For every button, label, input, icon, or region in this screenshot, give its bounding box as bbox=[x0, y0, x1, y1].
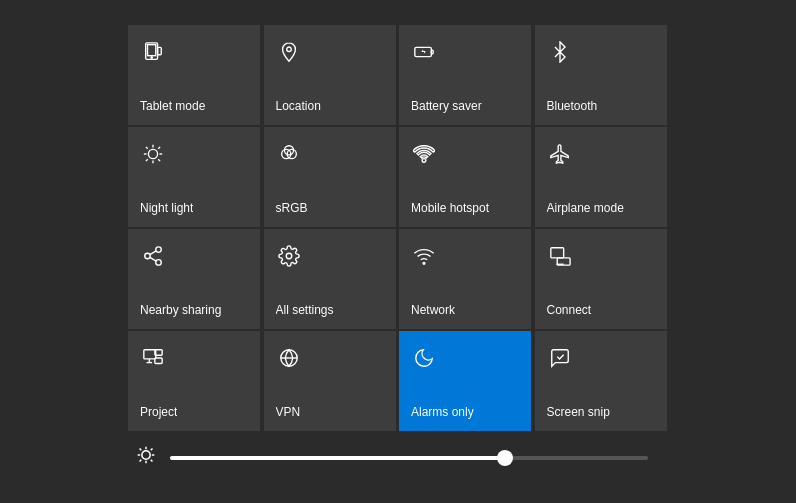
tile-project-label: Project bbox=[140, 405, 177, 419]
tile-connect-label: Connect bbox=[547, 303, 592, 317]
tablet-mode-icon bbox=[142, 41, 164, 67]
tile-mobile-hotspot[interactable]: Mobile hotspot bbox=[399, 127, 531, 227]
tile-srgb-label: sRGB bbox=[276, 201, 308, 215]
svg-line-24 bbox=[150, 251, 156, 255]
svg-line-10 bbox=[146, 147, 148, 149]
svg-point-7 bbox=[148, 149, 157, 158]
airplane-mode-icon bbox=[549, 143, 571, 169]
svg-line-14 bbox=[146, 159, 148, 161]
tile-alarms-only-label: Alarms only bbox=[411, 405, 474, 419]
quick-actions-panel: Tablet mode Location Battery saver Bluet… bbox=[128, 17, 668, 486]
svg-line-44 bbox=[140, 460, 142, 462]
vpn-icon bbox=[278, 347, 300, 373]
svg-rect-30 bbox=[144, 350, 156, 359]
tiles-grid: Tablet mode Location Battery saver Bluet… bbox=[128, 25, 668, 431]
svg-point-22 bbox=[156, 260, 162, 266]
tile-battery-saver[interactable]: Battery saver bbox=[399, 25, 531, 125]
svg-point-4 bbox=[286, 47, 291, 52]
svg-point-25 bbox=[286, 253, 292, 259]
tile-battery-saver-label: Battery saver bbox=[411, 99, 482, 113]
svg-line-11 bbox=[158, 159, 160, 161]
svg-point-2 bbox=[151, 57, 152, 58]
tile-network-label: Network bbox=[411, 303, 455, 317]
svg-line-15 bbox=[158, 147, 160, 149]
tile-connect[interactable]: Connect bbox=[535, 229, 667, 329]
night-light-icon bbox=[142, 143, 164, 169]
srgb-icon bbox=[278, 143, 300, 169]
tile-all-settings[interactable]: All settings bbox=[264, 229, 396, 329]
slider-fill bbox=[170, 456, 505, 460]
svg-rect-1 bbox=[148, 45, 156, 56]
tile-nearby-sharing-label: Nearby sharing bbox=[140, 303, 221, 317]
svg-point-21 bbox=[145, 253, 151, 259]
svg-point-19 bbox=[422, 159, 426, 163]
battery-saver-icon bbox=[413, 41, 435, 67]
tile-airplane-mode[interactable]: Airplane mode bbox=[535, 127, 667, 227]
screen-snip-icon bbox=[549, 347, 571, 373]
svg-line-41 bbox=[151, 460, 153, 462]
brightness-icon bbox=[136, 445, 156, 470]
all-settings-icon bbox=[278, 245, 300, 271]
tile-airplane-mode-label: Airplane mode bbox=[547, 201, 624, 215]
tile-night-light[interactable]: Night light bbox=[128, 127, 260, 227]
slider-thumb bbox=[497, 450, 513, 466]
mobile-hotspot-icon bbox=[413, 143, 435, 169]
location-icon bbox=[278, 41, 300, 67]
svg-line-23 bbox=[150, 257, 156, 261]
tile-night-light-label: Night light bbox=[140, 201, 193, 215]
nearby-sharing-icon bbox=[142, 245, 164, 271]
svg-point-37 bbox=[142, 451, 150, 459]
tile-srgb[interactable]: sRGB bbox=[264, 127, 396, 227]
svg-rect-6 bbox=[431, 50, 433, 54]
tile-nearby-sharing[interactable]: Nearby sharing bbox=[128, 229, 260, 329]
tile-location-label: Location bbox=[276, 99, 321, 113]
slider-track bbox=[170, 456, 648, 460]
tile-project[interactable]: Project bbox=[128, 331, 260, 431]
svg-point-26 bbox=[423, 262, 425, 264]
tile-bluetooth-label: Bluetooth bbox=[547, 99, 598, 113]
svg-rect-3 bbox=[158, 47, 162, 54]
connect-icon bbox=[549, 245, 571, 271]
svg-rect-27 bbox=[550, 248, 563, 258]
tile-screen-snip[interactable]: Screen snip bbox=[535, 331, 667, 431]
brightness-bar bbox=[128, 445, 656, 470]
svg-line-45 bbox=[151, 449, 153, 451]
tile-all-settings-label: All settings bbox=[276, 303, 334, 317]
tile-alarms-only[interactable]: Alarms only bbox=[399, 331, 531, 431]
tile-mobile-hotspot-label: Mobile hotspot bbox=[411, 201, 489, 215]
svg-line-40 bbox=[140, 449, 142, 451]
project-icon bbox=[142, 347, 164, 373]
tile-tablet-mode[interactable]: Tablet mode bbox=[128, 25, 260, 125]
network-icon bbox=[413, 245, 435, 271]
tile-vpn-label: VPN bbox=[276, 405, 301, 419]
tile-screen-snip-label: Screen snip bbox=[547, 405, 610, 419]
brightness-slider[interactable] bbox=[170, 454, 648, 462]
tile-bluetooth[interactable]: Bluetooth bbox=[535, 25, 667, 125]
bluetooth-icon bbox=[549, 41, 571, 67]
tile-network[interactable]: Network bbox=[399, 229, 531, 329]
tile-tablet-mode-label: Tablet mode bbox=[140, 99, 205, 113]
tile-location[interactable]: Location bbox=[264, 25, 396, 125]
tile-vpn[interactable]: VPN bbox=[264, 331, 396, 431]
alarms-only-icon bbox=[413, 347, 435, 373]
svg-point-20 bbox=[156, 247, 162, 253]
